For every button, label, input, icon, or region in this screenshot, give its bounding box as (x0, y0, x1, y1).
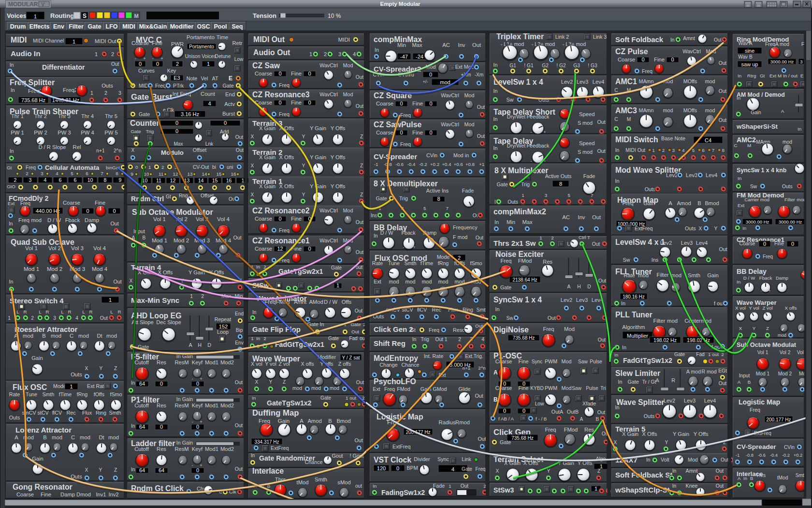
svg-text:0: 0 (175, 128, 178, 134)
svg-text:Gt: Gt (166, 194, 171, 199)
svg-text:Gain: Gain (643, 200, 655, 206)
svg-text:X: X (251, 192, 254, 197)
svg-text:Res: Res (157, 403, 166, 408)
svg-text:0: 0 (135, 164, 138, 170)
svg-text:Freq: Freq (750, 407, 760, 413)
svg-text:mod: mod (311, 386, 321, 391)
svg-text:Out: Out (472, 42, 481, 48)
svg-text:Rtrg: Rtrg (747, 73, 756, 78)
svg-text:X: X (85, 366, 88, 371)
svg-text:Chance: Chance (305, 459, 323, 465)
svg-text:2: 2 (14, 177, 17, 183)
svg-text:Carrier mod: Carrier mod (744, 197, 769, 202)
svg-text:X Offs: X Offs (279, 183, 294, 189)
svg-text:8: 8 (116, 171, 118, 176)
svg-text:C: C (734, 143, 737, 148)
svg-text:Filter: Filter (784, 197, 796, 202)
svg-text:C: C (614, 117, 618, 122)
svg-text:Ctrl T: Ctrl T (579, 235, 590, 240)
svg-text:Lev3: Lev3 (577, 79, 588, 85)
svg-text:-: - (531, 159, 532, 164)
svg-text:BPM: BPM (406, 465, 418, 471)
svg-text:MIDI: MIDI (625, 148, 636, 153)
svg-text:8: 8 (437, 196, 440, 202)
svg-text:In: In (618, 379, 623, 385)
svg-text:Damp: Damp (776, 275, 789, 281)
svg-text:Gate: Gate (88, 23, 102, 30)
svg-text:Outs: Outs (71, 474, 82, 479)
svg-text:Inv1: Inv1 (96, 492, 106, 497)
svg-text:Out: Out (235, 134, 244, 140)
svg-text:Cutoff: Cutoff (134, 446, 149, 452)
svg-text:6: 6 (86, 171, 88, 176)
svg-text:A: A (655, 377, 659, 383)
svg-text:Algorithm: Algorithm (622, 324, 645, 330)
svg-text:D / W: D / W (380, 230, 394, 236)
svg-text:Fback: Fback (401, 230, 416, 236)
svg-text:Lev4: Lev4 (593, 79, 604, 85)
svg-text:Repeat: Repeat (215, 316, 231, 322)
svg-text:0: 0 (156, 61, 159, 67)
svg-text:X: X (251, 163, 254, 168)
svg-text:mod: mod (52, 434, 62, 440)
svg-text:Inv: Inv (458, 42, 465, 48)
svg-text:ExtFreq: ExtFreq (635, 225, 652, 231)
svg-text:MIDI: MIDI (122, 23, 135, 30)
svg-text:Out: Out (461, 483, 469, 489)
svg-text:Out: Out (598, 337, 606, 343)
svg-text:End: End (235, 311, 244, 316)
svg-text:Y: Y (302, 192, 305, 197)
svg-text:B: B (750, 476, 753, 481)
svg-text:Gt: Gt (410, 328, 416, 333)
svg-text:Tr / Gt: Tr / Gt (642, 379, 656, 385)
svg-text:Audio In: Audio In (11, 49, 41, 58)
svg-text:Gong Resonator: Gong Resonator (13, 483, 72, 491)
svg-text:Note: Note (187, 75, 198, 81)
svg-text:Lev3: Lev3 (681, 240, 693, 246)
svg-text:Link 3: Link 3 (593, 34, 607, 40)
svg-text:Amnt: Amnt (686, 468, 698, 474)
svg-text:Gate: Gate (320, 395, 331, 401)
svg-text:X Gain: X Gain (622, 431, 638, 437)
svg-text:saw up: saw up (741, 61, 758, 67)
svg-text:64: 64 (139, 381, 145, 387)
svg-text:Portamento: Portamento (189, 44, 214, 49)
svg-text:0: 0 (86, 208, 89, 214)
svg-text:E3: E3 (174, 75, 180, 81)
svg-text:12: 12 (170, 178, 176, 183)
svg-text:MIDI: MIDI (338, 36, 350, 43)
svg-text:In: In (615, 178, 620, 184)
svg-text:4: 4 (75, 315, 78, 321)
svg-text:Click Gen 2: Click Gen 2 (374, 325, 413, 333)
svg-text:1: 1 (652, 148, 654, 153)
svg-text:mod: mod (440, 79, 450, 85)
svg-text:1: 1 (539, 235, 542, 240)
svg-text:Outs: Outs (102, 83, 113, 89)
svg-text:Wav A: Wav A (738, 41, 752, 46)
svg-text:Sync: Sync (437, 456, 449, 462)
svg-text:A: A (567, 284, 571, 289)
svg-text:Out 1: Out 1 (435, 337, 448, 342)
svg-text:Out: Out (592, 214, 601, 220)
svg-text:Burst: Burst (222, 111, 235, 117)
svg-text:Lev4: Lev4 (696, 240, 708, 246)
svg-text:Keyf: Keyf (192, 446, 203, 452)
svg-text:1: 1 (109, 297, 112, 303)
svg-text:tMod: tMod (777, 475, 788, 480)
svg-text:4: 4 (481, 337, 484, 342)
svg-text:R: R (671, 377, 675, 383)
svg-text:Input: Input (133, 228, 145, 234)
svg-text:mod: mod (422, 279, 432, 284)
svg-text:Low: Low (535, 401, 544, 406)
svg-text:Rate: Rate (372, 260, 383, 266)
svg-text:mod: mod (292, 386, 302, 391)
svg-text:0: 0 (308, 246, 311, 252)
svg-text:Cellular Automata: Cellular Automata (45, 164, 100, 171)
svg-text:Gate: Gate (496, 181, 508, 187)
svg-text:2: 2 (31, 315, 34, 321)
svg-text:Amnt: Amnt (294, 299, 307, 305)
svg-text:Link: Link (462, 456, 471, 462)
svg-text:4: 4 (44, 177, 47, 183)
svg-text:CZ Resonance3: CZ Resonance3 (252, 90, 310, 99)
svg-text:Tension: Tension (253, 12, 276, 19)
